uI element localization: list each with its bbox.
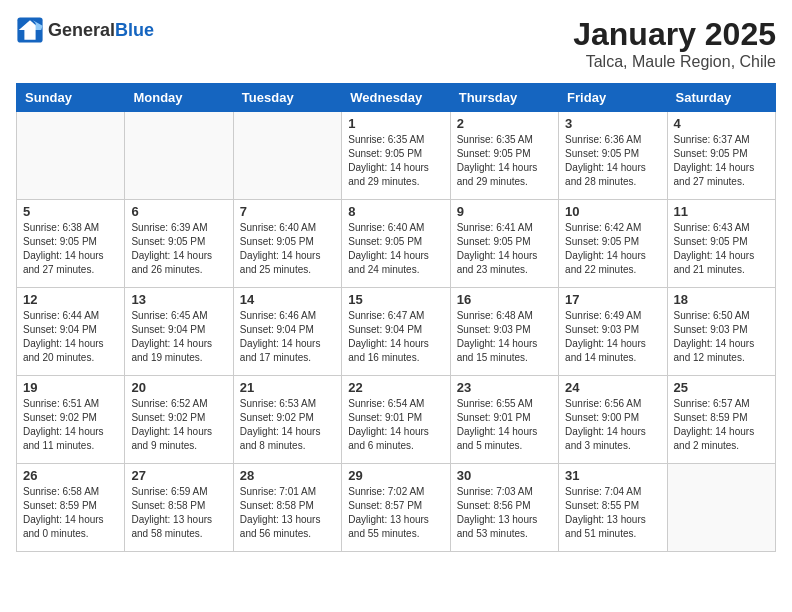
calendar-cell: 31Sunrise: 7:04 AMSunset: 8:55 PMDayligh…	[559, 464, 667, 552]
day-number: 12	[23, 292, 118, 307]
weekday-header-friday: Friday	[559, 84, 667, 112]
day-detail: Sunrise: 6:36 AMSunset: 9:05 PMDaylight:…	[565, 133, 660, 189]
day-number: 11	[674, 204, 769, 219]
day-number: 21	[240, 380, 335, 395]
calendar-cell	[125, 112, 233, 200]
calendar-cell: 25Sunrise: 6:57 AMSunset: 8:59 PMDayligh…	[667, 376, 775, 464]
calendar-cell: 17Sunrise: 6:49 AMSunset: 9:03 PMDayligh…	[559, 288, 667, 376]
calendar-cell: 9Sunrise: 6:41 AMSunset: 9:05 PMDaylight…	[450, 200, 558, 288]
day-number: 25	[674, 380, 769, 395]
calendar-cell: 7Sunrise: 6:40 AMSunset: 9:05 PMDaylight…	[233, 200, 341, 288]
weekday-header-tuesday: Tuesday	[233, 84, 341, 112]
day-number: 6	[131, 204, 226, 219]
calendar-cell: 11Sunrise: 6:43 AMSunset: 9:05 PMDayligh…	[667, 200, 775, 288]
day-number: 19	[23, 380, 118, 395]
day-number: 7	[240, 204, 335, 219]
calendar-cell: 15Sunrise: 6:47 AMSunset: 9:04 PMDayligh…	[342, 288, 450, 376]
day-number: 31	[565, 468, 660, 483]
day-detail: Sunrise: 6:35 AMSunset: 9:05 PMDaylight:…	[457, 133, 552, 189]
day-detail: Sunrise: 6:45 AMSunset: 9:04 PMDaylight:…	[131, 309, 226, 365]
week-row-5: 26Sunrise: 6:58 AMSunset: 8:59 PMDayligh…	[17, 464, 776, 552]
location-subtitle: Talca, Maule Region, Chile	[573, 53, 776, 71]
weekday-header-saturday: Saturday	[667, 84, 775, 112]
day-detail: Sunrise: 7:01 AMSunset: 8:58 PMDaylight:…	[240, 485, 335, 541]
weekday-header-monday: Monday	[125, 84, 233, 112]
day-number: 3	[565, 116, 660, 131]
calendar-cell: 26Sunrise: 6:58 AMSunset: 8:59 PMDayligh…	[17, 464, 125, 552]
weekday-header-wednesday: Wednesday	[342, 84, 450, 112]
day-detail: Sunrise: 6:43 AMSunset: 9:05 PMDaylight:…	[674, 221, 769, 277]
day-number: 16	[457, 292, 552, 307]
calendar-cell: 1Sunrise: 6:35 AMSunset: 9:05 PMDaylight…	[342, 112, 450, 200]
calendar-cell: 30Sunrise: 7:03 AMSunset: 8:56 PMDayligh…	[450, 464, 558, 552]
logo-blue: Blue	[115, 20, 154, 40]
calendar-cell: 27Sunrise: 6:59 AMSunset: 8:58 PMDayligh…	[125, 464, 233, 552]
day-number: 15	[348, 292, 443, 307]
day-number: 20	[131, 380, 226, 395]
day-detail: Sunrise: 6:46 AMSunset: 9:04 PMDaylight:…	[240, 309, 335, 365]
day-number: 2	[457, 116, 552, 131]
day-detail: Sunrise: 6:39 AMSunset: 9:05 PMDaylight:…	[131, 221, 226, 277]
logo: GeneralBlue	[16, 16, 154, 44]
day-detail: Sunrise: 6:53 AMSunset: 9:02 PMDaylight:…	[240, 397, 335, 453]
day-detail: Sunrise: 6:47 AMSunset: 9:04 PMDaylight:…	[348, 309, 443, 365]
week-row-3: 12Sunrise: 6:44 AMSunset: 9:04 PMDayligh…	[17, 288, 776, 376]
day-number: 8	[348, 204, 443, 219]
day-detail: Sunrise: 7:03 AMSunset: 8:56 PMDaylight:…	[457, 485, 552, 541]
day-number: 5	[23, 204, 118, 219]
page-header: GeneralBlue January 2025 Talca, Maule Re…	[16, 16, 776, 71]
week-row-4: 19Sunrise: 6:51 AMSunset: 9:02 PMDayligh…	[17, 376, 776, 464]
calendar-cell	[667, 464, 775, 552]
day-detail: Sunrise: 6:57 AMSunset: 8:59 PMDaylight:…	[674, 397, 769, 453]
day-detail: Sunrise: 6:38 AMSunset: 9:05 PMDaylight:…	[23, 221, 118, 277]
calendar-cell: 8Sunrise: 6:40 AMSunset: 9:05 PMDaylight…	[342, 200, 450, 288]
calendar-cell: 5Sunrise: 6:38 AMSunset: 9:05 PMDaylight…	[17, 200, 125, 288]
day-number: 13	[131, 292, 226, 307]
calendar-cell: 6Sunrise: 6:39 AMSunset: 9:05 PMDaylight…	[125, 200, 233, 288]
day-detail: Sunrise: 6:35 AMSunset: 9:05 PMDaylight:…	[348, 133, 443, 189]
weekday-header-row: SundayMondayTuesdayWednesdayThursdayFrid…	[17, 84, 776, 112]
calendar-cell: 16Sunrise: 6:48 AMSunset: 9:03 PMDayligh…	[450, 288, 558, 376]
calendar-cell: 10Sunrise: 6:42 AMSunset: 9:05 PMDayligh…	[559, 200, 667, 288]
logo-text: GeneralBlue	[48, 20, 154, 41]
day-detail: Sunrise: 6:51 AMSunset: 9:02 PMDaylight:…	[23, 397, 118, 453]
day-detail: Sunrise: 7:02 AMSunset: 8:57 PMDaylight:…	[348, 485, 443, 541]
day-detail: Sunrise: 6:56 AMSunset: 9:00 PMDaylight:…	[565, 397, 660, 453]
calendar-cell: 18Sunrise: 6:50 AMSunset: 9:03 PMDayligh…	[667, 288, 775, 376]
calendar-cell: 3Sunrise: 6:36 AMSunset: 9:05 PMDaylight…	[559, 112, 667, 200]
day-detail: Sunrise: 6:40 AMSunset: 9:05 PMDaylight:…	[348, 221, 443, 277]
calendar-cell: 23Sunrise: 6:55 AMSunset: 9:01 PMDayligh…	[450, 376, 558, 464]
logo-general: General	[48, 20, 115, 40]
calendar-cell: 4Sunrise: 6:37 AMSunset: 9:05 PMDaylight…	[667, 112, 775, 200]
day-detail: Sunrise: 6:54 AMSunset: 9:01 PMDaylight:…	[348, 397, 443, 453]
day-number: 14	[240, 292, 335, 307]
day-number: 18	[674, 292, 769, 307]
day-number: 29	[348, 468, 443, 483]
day-number: 27	[131, 468, 226, 483]
day-number: 9	[457, 204, 552, 219]
calendar-cell	[17, 112, 125, 200]
calendar-cell: 28Sunrise: 7:01 AMSunset: 8:58 PMDayligh…	[233, 464, 341, 552]
day-number: 23	[457, 380, 552, 395]
calendar-cell: 24Sunrise: 6:56 AMSunset: 9:00 PMDayligh…	[559, 376, 667, 464]
day-detail: Sunrise: 6:44 AMSunset: 9:04 PMDaylight:…	[23, 309, 118, 365]
week-row-1: 1Sunrise: 6:35 AMSunset: 9:05 PMDaylight…	[17, 112, 776, 200]
day-number: 24	[565, 380, 660, 395]
day-detail: Sunrise: 6:42 AMSunset: 9:05 PMDaylight:…	[565, 221, 660, 277]
calendar-cell: 12Sunrise: 6:44 AMSunset: 9:04 PMDayligh…	[17, 288, 125, 376]
day-detail: Sunrise: 6:59 AMSunset: 8:58 PMDaylight:…	[131, 485, 226, 541]
day-detail: Sunrise: 6:55 AMSunset: 9:01 PMDaylight:…	[457, 397, 552, 453]
month-year-title: January 2025	[573, 16, 776, 53]
day-number: 1	[348, 116, 443, 131]
calendar-cell: 14Sunrise: 6:46 AMSunset: 9:04 PMDayligh…	[233, 288, 341, 376]
day-detail: Sunrise: 6:40 AMSunset: 9:05 PMDaylight:…	[240, 221, 335, 277]
calendar-cell	[233, 112, 341, 200]
calendar-cell: 22Sunrise: 6:54 AMSunset: 9:01 PMDayligh…	[342, 376, 450, 464]
calendar-cell: 19Sunrise: 6:51 AMSunset: 9:02 PMDayligh…	[17, 376, 125, 464]
calendar-cell: 13Sunrise: 6:45 AMSunset: 9:04 PMDayligh…	[125, 288, 233, 376]
day-detail: Sunrise: 7:04 AMSunset: 8:55 PMDaylight:…	[565, 485, 660, 541]
day-number: 22	[348, 380, 443, 395]
day-number: 4	[674, 116, 769, 131]
day-detail: Sunrise: 6:50 AMSunset: 9:03 PMDaylight:…	[674, 309, 769, 365]
calendar-cell: 20Sunrise: 6:52 AMSunset: 9:02 PMDayligh…	[125, 376, 233, 464]
